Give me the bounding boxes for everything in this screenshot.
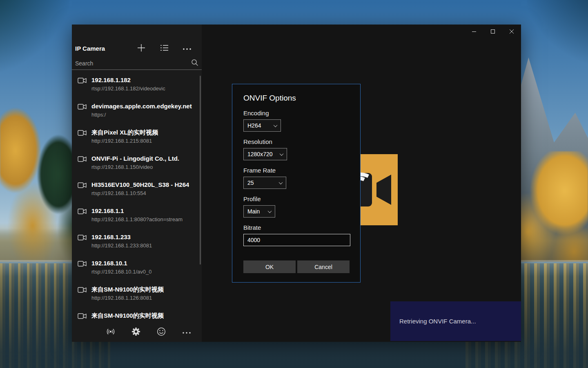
toast-message: Retrieving ONVIF Camera... <box>399 318 476 325</box>
resolution-select[interactable]: 1280x720 <box>243 148 287 160</box>
video-camera-icon <box>78 77 87 100</box>
encoding-select[interactable]: H264 <box>243 119 281 132</box>
camera-list-item[interactable]: ONVIF-Pi - Lingodigit Co., Ltd.rtsp://19… <box>72 152 202 178</box>
camera-url: rtsp://192.168.1.182/videodevic <box>91 85 165 92</box>
app-title: IP Camera <box>75 45 105 52</box>
ellipsis-icon <box>182 329 191 335</box>
camera-url: http://192.168.1.233:8081 <box>91 242 152 249</box>
camera-list-item[interactable]: 来自SM-N9100的实时视频http://192.168.1.126:8081 <box>72 309 202 322</box>
sidebar-scrollbar[interactable] <box>200 76 201 265</box>
onvif-options-dialog: ONVIF Options Encoding H264 Resolution 1… <box>232 84 361 283</box>
encoding-value: H264 <box>247 122 261 129</box>
camera-list-item[interactable]: 192.168.1.182rtsp://192.168.1.182/videod… <box>72 74 202 100</box>
desktop: IP Camera 192.168 <box>0 0 588 368</box>
search-input[interactable] <box>75 60 191 67</box>
search-icon[interactable] <box>191 59 198 68</box>
sidebar: IP Camera 192.168 <box>72 25 202 342</box>
dialog-title: ONVIF Options <box>243 93 360 103</box>
resolution-value: 1280x720 <box>247 151 273 157</box>
video-camera-icon <box>78 260 87 283</box>
toast-notification: Retrieving ONVIF Camera... <box>390 301 521 341</box>
video-camera-icon <box>78 313 87 322</box>
encoding-label: Encoding <box>243 110 349 117</box>
resolution-label: Resolution <box>243 138 349 146</box>
profile-label: Profile <box>243 195 349 203</box>
maximize-icon <box>490 29 495 34</box>
dialog-buttons: OK Cancel <box>243 260 350 273</box>
list-view-button[interactable] <box>153 40 176 56</box>
camera-url: rtsp://192.168.10.1/av0_0 <box>91 269 151 275</box>
camera-url: https:/ <box>91 112 192 118</box>
frame-rate-value: 25 <box>247 180 254 186</box>
chevron-down-icon <box>268 209 272 213</box>
smiley-icon <box>157 327 166 337</box>
video-camera-icon <box>78 156 87 178</box>
camera-name: 来自Pixel XL的实时视频 <box>91 128 158 136</box>
minimize-button[interactable] <box>465 25 483 38</box>
camera-name: HI3516EV100_50H20L_S38 - H264 <box>91 181 189 188</box>
minimize-icon <box>472 29 477 34</box>
frame-rate-select[interactable]: 25 <box>243 177 286 189</box>
camera-url: http://192.168.1.215:8081 <box>91 138 158 144</box>
more-options-button[interactable] <box>176 40 198 56</box>
camera-list-item[interactable]: devimages.apple.com.edgekey.nethttps:/ <box>72 100 202 126</box>
camera-list-item[interactable]: 来自Pixel XL的实时视频http://192.168.1.215:8081 <box>72 126 202 152</box>
frame-rate-label: Frame Rate <box>243 167 349 174</box>
settings-button[interactable] <box>123 323 149 341</box>
list-icon <box>160 45 168 52</box>
video-camera-icon <box>78 103 87 126</box>
camera-url: http://192.168.1.1:8080?action=stream <box>91 216 183 223</box>
plus-icon <box>137 44 145 53</box>
camera-list-item[interactable]: HI3516EV100_50H20L_S38 - H264rtsp://192.… <box>72 178 202 204</box>
chevron-down-icon <box>279 180 283 184</box>
close-icon <box>509 29 514 34</box>
cancel-button[interactable]: Cancel <box>297 260 350 273</box>
camera-name: 来自SM-N9100的实时视频 <box>91 312 164 319</box>
scan-network-button[interactable] <box>98 323 123 341</box>
maximize-button[interactable] <box>483 25 502 38</box>
camera-name: 192.168.10.1 <box>91 259 151 267</box>
camera-list-item[interactable]: 来自SM-N9100的实时视频http://192.168.1.126:8081 <box>72 283 202 309</box>
camera-list-item[interactable]: 192.168.1.233http://192.168.1.233:8081 <box>72 231 202 257</box>
toolbar-more-button[interactable] <box>174 323 199 341</box>
video-camera-icon <box>78 287 87 309</box>
app-window: IP Camera 192.168 <box>72 25 521 342</box>
camera-url: rtsp://192.168.1.10:554 <box>91 190 189 197</box>
camera-name: 来自SM-N9100的实时视频 <box>91 285 164 293</box>
chevron-down-icon <box>280 152 284 156</box>
gear-icon <box>131 327 140 337</box>
camera-name: 192.168.1.233 <box>91 233 152 241</box>
feedback-button[interactable] <box>149 323 174 341</box>
camera-url: http://192.168.1.126:8081 <box>91 295 164 301</box>
window-controls <box>465 25 521 38</box>
profile-value: Main <box>247 208 260 215</box>
camera-list-item[interactable]: 192.168.10.1rtsp://192.168.10.1/av0_0 <box>72 257 202 283</box>
video-camera-icon <box>78 208 87 231</box>
camera-url: rtsp://192.168.1.150/video <box>91 164 179 171</box>
search-bar <box>72 57 202 70</box>
profile-select[interactable]: Main <box>243 205 275 218</box>
sidebar-toolbar <box>72 322 202 342</box>
sidebar-header: IP Camera <box>72 39 202 57</box>
camera-name: devimages.apple.com.edgekey.net <box>91 102 192 110</box>
camera-name: 192.168.1.1 <box>91 207 183 215</box>
camera-list: 192.168.1.182rtsp://192.168.1.182/videod… <box>72 74 202 322</box>
bitrate-input[interactable] <box>243 234 350 246</box>
video-camera-icon <box>78 234 87 257</box>
broadcast-icon <box>105 328 116 337</box>
close-button[interactable] <box>502 25 521 38</box>
bitrate-label: Bitrate <box>243 224 349 231</box>
add-camera-button[interactable] <box>130 40 153 56</box>
camera-name: ONVIF-Pi - Lingodigit Co., Ltd. <box>91 155 179 162</box>
ellipsis-icon <box>183 45 192 52</box>
ok-button[interactable]: OK <box>243 260 296 273</box>
chevron-down-icon <box>274 123 278 127</box>
video-camera-icon <box>78 182 87 204</box>
camera-name: 192.168.1.182 <box>91 76 165 84</box>
video-camera-icon <box>78 130 87 152</box>
camera-list-item[interactable]: 192.168.1.1http://192.168.1.1:8080?actio… <box>72 204 202 231</box>
